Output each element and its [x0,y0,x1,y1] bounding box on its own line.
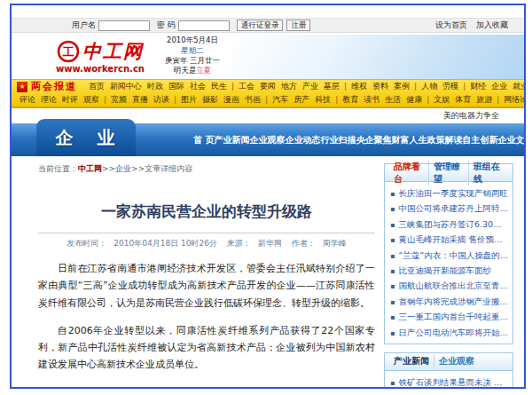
channel-link[interactable]: 央企聚焦 [356,134,391,146]
login-button[interactable]: 通行证登录 [237,20,284,31]
weekday-text: 星期二 [153,46,231,56]
nav-link[interactable]: 观察 [83,95,99,104]
sidebar-news-link[interactable]: 铁矿石谈判结果悬而未决 国内钢企全… [390,375,509,389]
nav-link[interactable]: 民生 [211,82,227,91]
nav-link[interactable]: 工会 [239,82,254,91]
nav-link[interactable]: 网络论坛 [504,95,524,104]
source-value[interactable]: 新华网 [258,239,282,248]
channel-link[interactable]: 政策解读 [426,134,462,146]
nav-link[interactable]: 直播 [132,95,148,104]
add-favorite-link[interactable]: 加入收藏 [476,20,508,31]
nav-link[interactable]: 生活 [385,95,401,104]
nav-link[interactable]: 汽车 [272,95,288,104]
channel-link[interactable]: 企业文化 [497,134,526,146]
username-input[interactable] [98,20,150,31]
date-text: 2010年5月4日 [153,36,231,45]
breadcrumb-page: 文章详细内容 [145,164,192,173]
nav-link[interactable]: 旅游 [476,95,492,104]
nav-link[interactable]: 访谈 [153,95,169,104]
nav-link[interactable]: 地方 [281,82,297,91]
sidebar-news-link[interactable]: 三一重工国内首台千吨起重机下线 [390,309,509,324]
nav-link[interactable]: 国际 [168,82,184,91]
nav-link[interactable]: 教育 [342,95,358,104]
sidebar-news-link[interactable]: 三峡集团与苏丹签订6.30亿美元… [390,217,509,232]
nav-link[interactable]: 体育 [455,95,471,104]
sidebar-tab[interactable]: 品牌看台 [389,161,428,186]
password-input[interactable] [178,20,230,31]
sidebar-news-list: 铁矿石谈判结果悬而未决 国内钢企全…“虚拟矿山”遭中国钢企强烈反对 趋… [385,371,512,389]
nav-separator: | [344,82,347,91]
nav-link[interactable]: 时政 [147,82,163,91]
svg-text:工: 工 [63,45,74,59]
register-button[interactable]: 注册 [286,20,310,31]
nav-link[interactable]: 摄影 [202,95,218,104]
special-report-link[interactable]: ★ 两会报道 [17,80,77,93]
nav-link[interactable]: 文娱 [434,95,450,104]
article-body: 日前在江苏省南通市港闸经济技术开发区，管委会主任汛斌特别介绍了一家由典型“三高”… [38,260,375,389]
nav-link[interactable]: 房产 [293,95,309,104]
nav-link[interactable]: 企业 [491,82,507,91]
nav-link[interactable]: 案例 [394,82,410,91]
breadcrumb-separator: >> [102,164,115,173]
source-label: 来源： [227,239,251,248]
nav-link[interactable]: 劳模 [442,82,458,91]
sidebar-news-link[interactable]: “兰蔻”内衣：中国人操盘的“日本… [390,248,509,263]
nav-link[interactable]: 财经 [470,82,486,91]
nav-link[interactable]: 健康 [406,95,422,104]
channel-link[interactable]: 企业观察 [249,134,285,146]
sidebar-tab[interactable]: 产业新闻 [389,355,434,367]
nav-link[interactable]: 图片 [181,95,197,104]
nav-separator: | [231,82,234,91]
sidebar-news-link[interactable]: 比亚迪揭开新能源车面纱 [390,263,509,278]
article-paragraph: 江苏同康活性炭纤维有限公司前身从事纺织染整，是典型的高能耗、高污染、高排放的“三… [38,384,375,390]
nav-link[interactable]: 维权 [351,82,367,91]
channel-link[interactable]: 产业新闻 [214,134,249,146]
site-logo[interactable]: 工 中工网 www.workercn.cn [47,39,153,74]
nav-link[interactable]: 宽频 [111,95,127,104]
sidebar-news-link[interactable]: 黄山毛峰开始采摘 售价预计涨三成 [390,232,509,247]
sidebar-tab[interactable]: 企业观察 [434,355,479,367]
sidebar-news-link[interactable]: 国航山航联合推出北京至青岛城市快… [390,278,509,293]
nav-link[interactable]: 首页 [89,82,105,91]
sidebar-news-link[interactable]: 中国公司将承建苏丹上阿特巴拉水利… [390,201,509,216]
sidebar-news-link[interactable]: 长庆油田一季度实现产销两旺 [390,186,509,201]
channel-link[interactable]: 首 页 [193,134,214,146]
breadcrumb-site-link[interactable]: 中工网 [78,164,102,173]
nav-link[interactable]: 科技 [315,95,331,104]
sidebar: 品牌看台管理瞭望班组在线 长庆油田一季度实现产销两旺中国公司将承建苏丹上阿特巴拉… [384,163,513,389]
nav-link[interactable]: 时评 [62,95,78,104]
channel-link[interactable]: 行业扫描 [320,134,356,146]
login-topbar: 用户名 密 码 通行证登录 注册 设为首页 加入收藏 [12,18,524,33]
nav-link[interactable]: 理论 [41,95,57,104]
nav-link[interactable]: 读书 [364,95,379,104]
main-nav-row2: 评论理论时评观察|宽频直播访谈|图片摄影漫画书画|汽车房产科技|教育读书生活健康… [12,93,524,107]
breadcrumb-separator: >> [131,164,145,173]
sidebar-tab[interactable]: 管理瞭望 [428,161,468,186]
nav-link[interactable]: 产业 [302,82,318,91]
author-label: 作者： [292,239,316,248]
nav-link[interactable]: 资料 [372,82,388,91]
sidebar-news-link[interactable]: 日产公司电动汽车即将开始订购 [390,325,509,340]
article-title: 一家苏南民营企业的转型升级路 [38,201,375,222]
sidebar-news-link[interactable]: 首钢年内将完成涉钢产业搬迁 文化… [390,294,509,309]
lunar-date-text: 庚寅年 三月廿一 [153,56,231,66]
nav-link[interactable]: 评论 [20,95,35,104]
union-emblem-icon: 工 [57,40,80,63]
nav-link[interactable]: 新闻中心 [110,82,142,91]
breadcrumb-channel-link[interactable]: 企业 [115,164,131,173]
nav-link[interactable]: 要闻 [260,82,276,91]
ticker-text[interactable]: 美的电器力争全 [443,110,499,122]
channel-tab-enterprise[interactable]: 企 业 [36,119,136,156]
channel-link[interactable]: 自主创新 [462,134,497,146]
channel-link[interactable]: 企业动态 [285,134,320,146]
author-value: 周学峰 [323,239,347,248]
sidebar-tab[interactable]: 班组在线 [468,161,508,186]
nav-link[interactable]: 人物 [421,82,437,91]
nav-link[interactable]: 社会 [190,82,206,91]
nav-link[interactable]: 漫画 [223,95,239,104]
channel-link[interactable]: 财富人生 [391,134,426,146]
nav-link[interactable]: 就业 [512,82,524,91]
nav-link[interactable]: 基层 [324,82,340,91]
nav-link[interactable]: 书画 [245,95,261,104]
set-home-link[interactable]: 设为首页 [435,20,467,31]
